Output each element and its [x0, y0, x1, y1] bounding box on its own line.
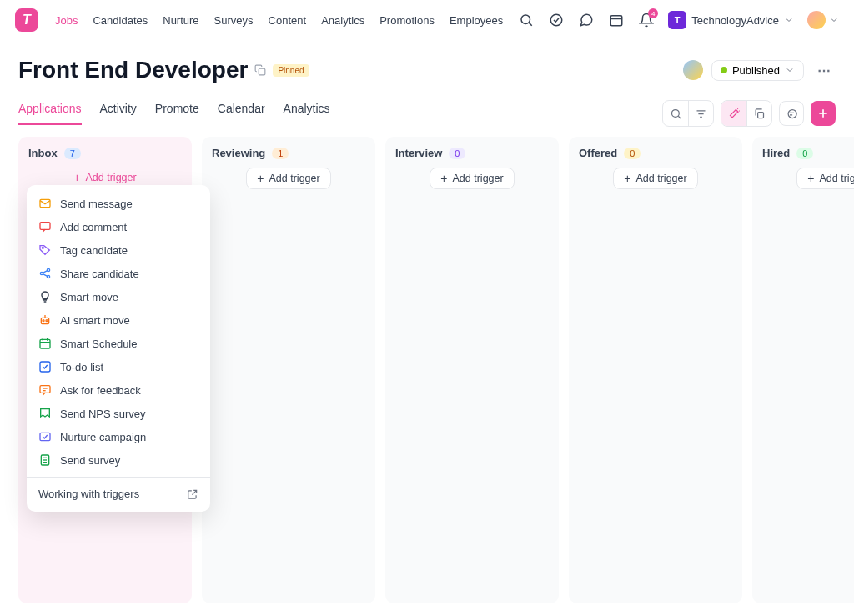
trigger-option-send-message[interactable]: Send message: [27, 192, 210, 215]
svg-rect-31: [40, 386, 50, 393]
calendar-icon[interactable]: [608, 12, 625, 28]
survey-icon: [38, 407, 52, 420]
trigger-option-label: Add comment: [60, 221, 127, 233]
trigger-option-to-do-list[interactable]: To-do list: [27, 355, 210, 378]
trigger-option-share-candidate[interactable]: Share candidate: [27, 262, 210, 285]
add-trigger-button[interactable]: +Add trigger: [430, 168, 514, 189]
trigger-option-label: Smart move: [60, 291, 118, 303]
trigger-option-label: AI smart move: [60, 314, 130, 327]
notifications-icon[interactable]: 4: [638, 12, 655, 28]
chevron-down-icon: [784, 15, 794, 25]
tab-calendar[interactable]: Calendar: [218, 102, 265, 125]
trigger-help-link[interactable]: Working with triggers: [27, 483, 210, 505]
svg-rect-26: [40, 339, 50, 348]
nav-link-employees[interactable]: Employees: [450, 14, 503, 27]
trigger-option-nurture-campaign[interactable]: Nurture campaign: [27, 425, 210, 448]
approve-icon[interactable]: [548, 12, 565, 28]
topbar-right: 4 T TechnologyAdvice: [518, 11, 839, 29]
trigger-option-label: Smart Schedule: [60, 338, 138, 350]
add-trigger-button[interactable]: +Add trigger: [613, 168, 697, 189]
header-right: Published ⋯: [683, 60, 836, 81]
nav-link-content[interactable]: Content: [269, 14, 307, 27]
trigger-option-label: Nurture campaign: [60, 431, 146, 443]
add-trigger-label: Add trigger: [820, 173, 854, 184]
feedback-icon: [38, 383, 52, 397]
tab-activity[interactable]: Activity: [100, 102, 137, 125]
chevron-down-icon: [785, 65, 795, 75]
nav-link-analytics[interactable]: Analytics: [321, 14, 364, 27]
tag-icon: [38, 243, 52, 257]
column-header: Hired0: [762, 147, 854, 159]
nav-link-jobs[interactable]: Jobs: [55, 14, 78, 27]
pinned-badge: Pinned: [273, 64, 309, 77]
trigger-option-label: Send survey: [60, 454, 120, 467]
publish-status-button[interactable]: Published: [711, 60, 804, 81]
envelope-icon: [38, 197, 52, 210]
trigger-option-send-nps-survey[interactable]: Send NPS survey: [27, 402, 210, 425]
page-title: Front End Developer: [18, 57, 248, 83]
title-row: Front End Developer Pinned Published ⋯: [18, 57, 836, 83]
trigger-option-label: Send message: [60, 198, 133, 210]
tab-promote[interactable]: Promote: [155, 102, 199, 125]
user-menu[interactable]: [807, 11, 839, 29]
share-icon: [38, 267, 52, 280]
bulb-icon: [38, 290, 52, 303]
magic-wand-button[interactable]: [721, 101, 746, 126]
column-count: 0: [624, 148, 640, 159]
tab-analytics[interactable]: Analytics: [284, 102, 330, 125]
trigger-option-tag-candidate[interactable]: Tag candidate: [27, 238, 210, 262]
collaborator-avatar[interactable]: [683, 60, 703, 80]
trigger-dropdown: Send messageAdd commentTag candidateShar…: [27, 185, 210, 512]
trigger-option-ai-smart-move[interactable]: AI smart move: [27, 308, 210, 332]
workspace-switcher[interactable]: T TechnologyAdvice: [668, 11, 794, 29]
add-trigger-button[interactable]: +Add trigger: [796, 168, 854, 189]
plus-icon: +: [807, 173, 814, 184]
svg-rect-11: [758, 112, 764, 118]
app-logo[interactable]: T: [15, 8, 38, 32]
trigger-option-smart-schedule[interactable]: Smart Schedule: [27, 332, 210, 355]
column-header: Inbox7: [28, 147, 182, 159]
plus-icon: +: [624, 173, 630, 184]
trigger-option-send-survey[interactable]: Send survey: [27, 448, 210, 472]
tool-group-left: [662, 100, 714, 127]
add-button[interactable]: [811, 101, 836, 126]
trigger-option-add-comment[interactable]: Add comment: [27, 215, 210, 238]
subnav-tools: [662, 100, 836, 127]
chat-icon[interactable]: [578, 12, 595, 28]
trigger-option-ask-for-feedback[interactable]: Ask for feedback: [27, 378, 210, 402]
publish-status-label: Published: [732, 64, 780, 77]
chevron-down-icon: [829, 15, 839, 25]
column-title: Inbox: [28, 147, 58, 159]
nav-link-promotions[interactable]: Promotions: [379, 14, 435, 27]
user-avatar: [807, 11, 826, 29]
nav-link-surveys[interactable]: Surveys: [214, 14, 254, 27]
add-trigger-label: Add trigger: [86, 172, 137, 183]
column-count: 7: [64, 148, 81, 159]
trigger-option-label: Share candidate: [60, 268, 139, 280]
copy-icon[interactable]: [254, 64, 266, 76]
search-icon[interactable]: [518, 12, 535, 28]
svg-rect-30: [40, 362, 50, 372]
filter-button[interactable]: [688, 101, 713, 126]
svg-line-7: [678, 116, 681, 118]
nav-link-nurture[interactable]: Nurture: [163, 14, 198, 27]
plus-icon: +: [73, 172, 80, 183]
add-trigger-label: Add trigger: [269, 173, 320, 184]
add-trigger-button[interactable]: +Add trigger: [246, 168, 330, 189]
column-title: Hired: [762, 147, 790, 159]
more-menu-button[interactable]: ⋯: [812, 63, 836, 78]
robot-icon: [38, 313, 52, 327]
trigger-option-smart-move[interactable]: Smart move: [27, 285, 210, 308]
nav-link-candidates[interactable]: Candidates: [93, 14, 148, 27]
board-column-hired: Hired0+Add trigger: [752, 137, 854, 603]
comment-icon: [38, 220, 52, 233]
workspace-initial: T: [668, 11, 686, 29]
tab-applications[interactable]: Applications: [18, 102, 82, 125]
search-button[interactable]: [663, 101, 688, 126]
notification-count: 4: [648, 8, 658, 18]
tool-group-mid: [721, 100, 772, 127]
topbar: T JobsCandidatesNurtureSurveysContentAna…: [0, 0, 854, 40]
duplicate-button[interactable]: [746, 101, 771, 126]
comments-button[interactable]: [779, 101, 804, 126]
kanban-board: Inbox7+Add triggerSend messageAdd commen…: [0, 127, 854, 613]
